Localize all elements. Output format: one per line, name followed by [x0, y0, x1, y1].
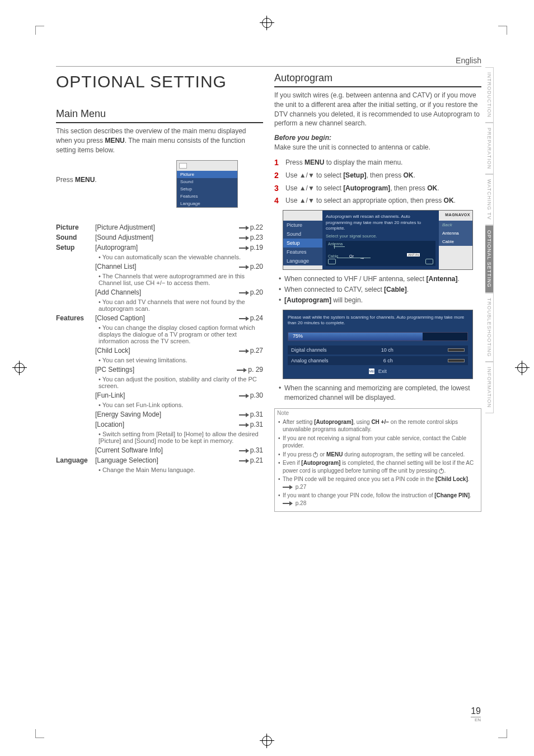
registration-mark — [517, 363, 527, 373]
menu-button-icon: MENU — [369, 368, 374, 374]
signal-diagram: Antenna Cable Or → ANT.IN — [326, 241, 435, 266]
note-item: If you are not receiving a signal from y… — [278, 435, 477, 450]
menu-item: Cable — [439, 237, 472, 246]
registration-mark — [15, 363, 25, 373]
analog-channels-row: Analog channels 6 ch — [288, 356, 468, 365]
step-4: 4Use ▲/▼ to select an appropriate option… — [274, 196, 481, 206]
menu-item: Sound — [283, 230, 322, 239]
row-label: Analog channels — [291, 358, 329, 363]
menu-item: Language — [283, 256, 322, 265]
autoprogram-bullets-2: When the scanning and memorizing are com… — [279, 384, 481, 403]
menu-item: Language — [177, 200, 237, 207]
menu-item: Picture — [177, 171, 237, 178]
exit-label: Exit — [378, 368, 387, 374]
page-number: 19 EN — [471, 706, 481, 722]
registration-mark — [262, 736, 272, 746]
page-title: OPTIONAL SETTING — [56, 72, 263, 91]
row-label: Digital channels — [291, 347, 327, 353]
press-menu-label: Press MENU. — [56, 160, 151, 184]
toc-table: Picture[Picture Adjustment]p.22Sound[Sou… — [56, 222, 263, 474]
tab-watching-tv: WATCHING TV — [485, 174, 494, 225]
scr1-message: Autoprogram will rescan all channels. Au… — [326, 214, 435, 231]
progress-percent: 75% — [293, 333, 303, 339]
before-you-begin-text: Make sure the unit is connected to anten… — [274, 143, 481, 152]
menu-item: Setup — [177, 185, 237, 193]
tab-information: INFORMATION — [485, 362, 494, 413]
scr2-message: Please wait while the system is scanning… — [288, 315, 468, 326]
crop-mark-bl — [35, 729, 44, 738]
bar-icon — [448, 359, 465, 362]
autoprogram-intro: If you switch wires (e.g. between antenn… — [274, 91, 481, 128]
bullet: When connected to VHF / UHF antenna, sel… — [279, 274, 481, 284]
registration-mark — [262, 18, 272, 28]
step-2: 2Use ▲/▼ to select [Setup], then press O… — [274, 171, 481, 180]
autoprogram-heading: Autoprogram — [274, 72, 481, 87]
brand-label: MAGNAVOX — [439, 211, 472, 221]
note-item: After setting [Autoprogram], using CH +/… — [278, 418, 477, 433]
language-header: English — [56, 56, 481, 67]
tab-preparation: PREPARATION — [485, 123, 494, 174]
row-value: 10 ch — [381, 347, 394, 353]
menu-item: Picture — [283, 221, 322, 230]
tab-optional-setting: OPTIONAL SETTING — [485, 225, 494, 293]
progress-bar: 75% — [288, 332, 468, 341]
bullet: [Autoprogram] will begin. — [279, 296, 481, 305]
note-item: If you want to change your PIN code, fol… — [278, 492, 477, 507]
main-menu-heading: Main Menu — [56, 108, 263, 123]
note-box: Note After setting [Autoprogram], using … — [274, 408, 481, 512]
cable-box-icon — [328, 259, 336, 264]
menu-item: Features — [283, 248, 322, 256]
page-number-lang: EN — [471, 717, 481, 722]
row-value: 6 ch — [383, 358, 393, 363]
main-menu-screenshot: Picture Sound Setup Features Language — [176, 160, 238, 208]
tv-box-icon — [425, 259, 433, 264]
menu-item: Back — [439, 221, 472, 229]
crop-mark-br — [498, 729, 507, 738]
autoprogram-bullets-1: When connected to VHF / UHF antenna, sel… — [279, 274, 481, 305]
digital-channels-row: Digital channels 10 ch — [288, 346, 468, 354]
step-3: 3Use ▲/▼ to select [Autoprogram], then p… — [274, 184, 481, 193]
autoprogram-screenshot-1: Picture Sound Setup Features Language Au… — [283, 210, 473, 270]
exit-hint: MENU Exit — [288, 368, 468, 375]
tab-troubleshooting: TROUBLESHOOTING — [485, 293, 494, 362]
diagram-antin-label: ANT.IN — [407, 253, 420, 256]
page-number-value: 19 — [471, 706, 481, 717]
note-item: If you press or MENU during autoprogram,… — [278, 451, 477, 459]
tab-introduction: INTRODUCTION — [485, 67, 494, 123]
crop-mark-tl — [35, 26, 44, 35]
menu-item: Setup — [283, 239, 322, 248]
crop-mark-tr — [498, 26, 507, 35]
note-heading: Note — [275, 409, 481, 417]
bullet: When the scanning and memorizing are com… — [279, 384, 481, 403]
note-item: The PIN code will be required once you s… — [278, 475, 477, 491]
logo-icon — [179, 163, 187, 169]
step-1: 1Press MENU to display the main menu. — [274, 158, 481, 167]
autoprogram-screenshot-2: Please wait while the system is scanning… — [283, 310, 473, 379]
note-item: Even if [Autoprogram] is completed, the … — [278, 459, 477, 474]
bullet: When connected to CATV, select [Cable]. — [279, 285, 481, 295]
before-you-begin-label: Before you begin: — [274, 134, 481, 142]
menu-item: Antenna — [439, 229, 472, 237]
scr1-subtitle: Select your signal source. — [326, 234, 435, 239]
menu-item: Sound — [177, 178, 237, 185]
menu-item: Features — [177, 193, 237, 200]
main-menu-intro: This section describes the overview of t… — [56, 127, 263, 155]
bar-icon — [448, 348, 465, 352]
section-tabs: INTRODUCTION PREPARATION WATCHING TV OPT… — [485, 67, 494, 413]
